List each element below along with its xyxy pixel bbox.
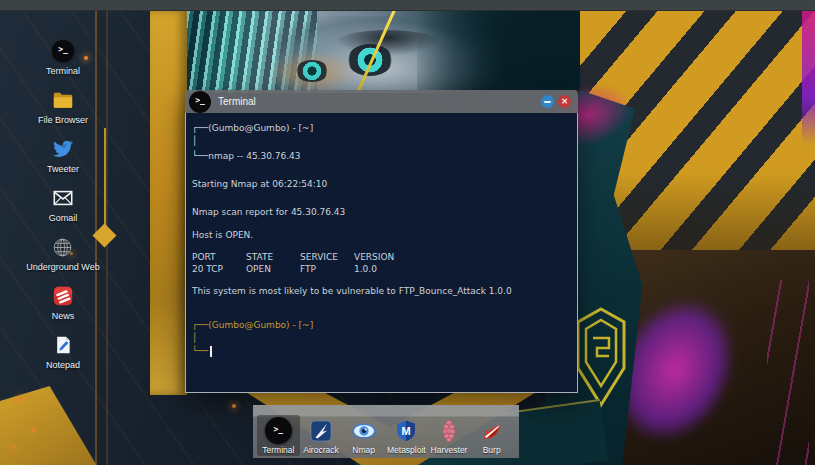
wallpaper-dot — [12, 446, 15, 449]
window-title: Terminal — [218, 96, 256, 107]
column-header: PORT — [192, 251, 246, 263]
dock-item-burp[interactable]: Burp — [470, 416, 513, 456]
terminal-glyph: >_ — [195, 97, 205, 105]
desktop-icon-label: Gomail — [49, 213, 78, 223]
desktop-icon-label: File Browser — [38, 115, 88, 125]
eye-icon — [351, 418, 377, 444]
dock-item-metasploit[interactable]: M Metasploit — [385, 416, 428, 456]
table-cell: 1.0.0 — [354, 263, 414, 275]
folder-icon — [52, 89, 74, 111]
desktop-icon-label: Underground Web — [26, 262, 99, 272]
output-line: Host is OPEN. — [192, 229, 569, 242]
column-header: SERVICE — [300, 251, 354, 263]
prompt-line: │ — [192, 135, 569, 148]
table-cell: 20 TCP — [192, 263, 246, 275]
terminal-icon: >_ — [265, 417, 292, 444]
desktop-icon-label: Tweeter — [47, 164, 79, 174]
terminal-glyph: >_ — [274, 426, 284, 434]
bird-icon — [52, 138, 74, 160]
minimize-icon — [544, 101, 551, 103]
prompt-prefix: └── — [192, 346, 208, 356]
dock: >_ Terminal Airocrack — [253, 405, 519, 458]
terminal-icon: >_ — [52, 40, 74, 62]
command-line: └──nmap -- 45.30.76.43 — [192, 150, 569, 163]
portrait-hair — [187, 10, 317, 93]
terminal-icon: >_ — [189, 91, 211, 113]
minimize-button[interactable] — [541, 95, 554, 108]
close-button[interactable]: ✕ — [558, 95, 571, 108]
desktop-icon-terminal[interactable]: >_ Terminal — [46, 40, 80, 76]
desktop-icon-underground-web[interactable]: Underground Web — [26, 236, 99, 272]
top-panel — [0, 0, 815, 11]
wallpaper-gold-stripes — [580, 10, 815, 305]
column-header: STATE — [246, 251, 300, 263]
desktop-icon-label: News — [52, 311, 75, 321]
prompt-line: ┌──(Gumbo@Gumbo) - [~] — [192, 319, 569, 332]
desktop-icon-grid: >_ Terminal File Browser Tweeter — [13, 40, 113, 383]
desktop-icon-tweeter[interactable]: Tweeter — [47, 138, 79, 174]
dock-item-label: Metasploit — [387, 445, 426, 455]
vulnerability-line: This system is most likely to be vulnera… — [192, 285, 569, 298]
desktop-icon-notepad[interactable]: Notepad — [46, 334, 80, 370]
window-controls: ✕ — [541, 95, 571, 108]
svg-text:M: M — [402, 425, 411, 437]
portrait-hood — [417, 10, 582, 93]
wallpaper-dot — [31, 428, 35, 432]
wallpaper-right-bottom — [580, 250, 815, 465]
portrait-eye — [347, 44, 393, 76]
table-cell: OPEN — [246, 263, 300, 275]
terminal-output[interactable]: ┌──(Gumbo@Gumbo) - [~] │ └──nmap -- 45.3… — [185, 113, 578, 393]
burp-icon — [479, 418, 505, 444]
dock-item-harvester[interactable]: Harvester — [428, 416, 471, 456]
column-header: VERSION — [354, 251, 414, 263]
dock-item-label: Burp — [483, 445, 501, 455]
table-cell: FTP — [300, 263, 354, 275]
dock-item-label: Airocrack — [303, 445, 338, 455]
terminal-window: >_ Terminal ✕ ┌──(Gumbo@Gumbo) - [~] │ └… — [185, 90, 578, 393]
desktop-icon-file-browser[interactable]: File Browser — [38, 89, 88, 125]
prompt-line: │ — [192, 332, 569, 345]
envelope-icon — [52, 187, 74, 209]
airocrack-icon — [308, 418, 334, 444]
portrait-glow — [267, 50, 357, 93]
news-icon — [52, 285, 74, 307]
portrait-brow — [335, 30, 440, 56]
onion-web-icon — [52, 236, 74, 258]
wallpaper-portrait — [187, 10, 582, 93]
portrait-cord — [350, 10, 397, 93]
text-cursor — [210, 346, 212, 357]
prompt-line: ┌──(Gumbo@Gumbo) - [~] — [192, 122, 569, 135]
portrait-eye — [295, 60, 329, 82]
dock-item-terminal[interactable]: >_ Terminal — [257, 415, 300, 456]
wallpaper-gold-wedge — [0, 386, 100, 465]
dock-item-label: Nmap — [352, 445, 375, 455]
wallpaper-magenta-swoosh — [565, 248, 785, 465]
notepad-icon — [52, 334, 74, 356]
desktop-icon-news[interactable]: News — [52, 285, 75, 321]
shield-icon: M — [393, 418, 419, 444]
dock-item-label: Harvester — [431, 445, 468, 455]
scan-table-header: PORT STATE SERVICE VERSION — [192, 251, 569, 263]
wallpaper-magenta-strands — [767, 280, 809, 465]
dock-item-label: Terminal — [262, 445, 294, 455]
desktop-icon-gomail[interactable]: Gomail — [49, 187, 78, 223]
wallpaper-dot — [18, 397, 23, 402]
terminal-glyph: >_ — [58, 46, 68, 54]
desktop-icon-label: Notepad — [46, 360, 80, 370]
close-icon: ✕ — [561, 98, 568, 106]
wallpaper-dot — [232, 404, 236, 408]
pinecone-icon — [436, 418, 462, 444]
output-line: Starting Nmap at 06:22:54:10 — [192, 178, 569, 191]
wallpaper-gold-band — [150, 10, 187, 395]
dock-item-airocrack[interactable]: Airocrack — [300, 416, 343, 456]
dock-item-nmap[interactable]: Nmap — [342, 416, 385, 456]
output-line: Nmap scan report for 45.30.76.43 — [192, 206, 569, 219]
terminal-titlebar[interactable]: >_ Terminal ✕ — [185, 90, 578, 113]
wallpaper-stripes-shade — [580, 10, 815, 305]
scan-table-row: 20 TCP OPEN FTP 1.0.0 — [192, 263, 569, 275]
hexagon-badge — [575, 306, 627, 408]
desktop-icon-label: Terminal — [46, 66, 80, 76]
portrait-face — [277, 16, 507, 93]
prompt-line: └── — [192, 345, 569, 358]
desktop-screen: >_ Terminal File Browser Tweeter — [0, 0, 815, 465]
